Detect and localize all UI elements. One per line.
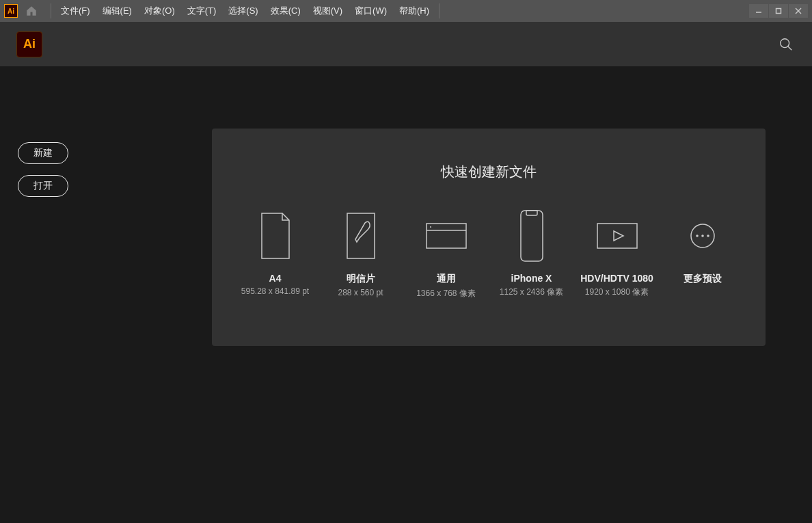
svg-point-9 (430, 226, 431, 228)
menu-object[interactable]: 对象(O) (139, 2, 180, 20)
svg-rect-11 (597, 224, 637, 248)
browser-icon (425, 209, 468, 263)
new-button[interactable]: 新建 (18, 142, 68, 164)
menu-file[interactable]: 文件(F) (55, 2, 96, 20)
brush-icon (344, 209, 377, 263)
preset-hdtv[interactable]: HDV/HDTV 1080 1920 x 1080 像素 (574, 209, 660, 298)
left-column: 新建 打开 (0, 67, 212, 523)
video-icon (596, 209, 638, 263)
content-area: 新建 打开 快速创建新文件 A4 595.28 x 841.89 pt 明信 (0, 67, 812, 523)
preset-label: 明信片 (347, 273, 375, 285)
preset-dim: 288 x 560 pt (338, 288, 383, 297)
preset-a4[interactable]: A4 595.28 x 841.89 pt (232, 209, 318, 296)
preset-iphonex[interactable]: iPhone X 1125 x 2436 像素 (489, 209, 574, 298)
titlebar: Ai 文件(F) 编辑(E) 对象(O) 文字(T) 选择(S) 效果(C) 视… (0, 0, 812, 22)
open-button[interactable]: 打开 (18, 175, 68, 197)
menu-type[interactable]: 文字(T) (182, 2, 222, 20)
svg-rect-1 (776, 9, 781, 14)
close-button[interactable] (789, 4, 808, 18)
quick-create-panel: 快速创建新文件 A4 595.28 x 841.89 pt 明信片 288 x … (212, 129, 766, 346)
preset-common[interactable]: 通用 1366 x 768 像素 (403, 209, 489, 299)
preset-dim: 1920 x 1080 像素 (585, 286, 649, 298)
svg-rect-7 (427, 224, 466, 248)
svg-point-13 (696, 234, 699, 237)
more-icon (689, 209, 716, 263)
menu-help[interactable]: 帮助(H) (394, 2, 435, 20)
preset-dim: 595.28 x 841.89 pt (241, 286, 309, 296)
svg-rect-10 (521, 211, 543, 261)
preset-label: iPhone X (511, 273, 552, 284)
divider (439, 3, 439, 18)
phone-icon (518, 209, 545, 263)
preset-label: A4 (269, 273, 282, 284)
home-button[interactable] (23, 3, 40, 19)
preset-dim: 1366 x 768 像素 (416, 288, 476, 299)
document-icon (259, 209, 292, 263)
preset-list: A4 595.28 x 841.89 pt 明信片 288 x 560 pt (232, 209, 745, 299)
menu-window[interactable]: 窗口(W) (349, 2, 392, 20)
preset-postcard[interactable]: 明信片 288 x 560 pt (318, 209, 403, 297)
menu-edit[interactable]: 编辑(E) (97, 2, 137, 20)
svg-point-4 (781, 38, 789, 47)
panel-title: 快速创建新文件 (232, 163, 745, 181)
maximize-button[interactable] (769, 4, 788, 18)
preset-label: 更多预设 (684, 273, 722, 285)
svg-point-14 (701, 234, 704, 237)
sub-header: Ai (0, 22, 812, 67)
svg-line-5 (788, 46, 792, 50)
preset-label: 通用 (437, 273, 456, 285)
preset-more[interactable]: 更多预设 (660, 209, 745, 288)
window-controls (748, 4, 808, 18)
menu-select[interactable]: 选择(S) (223, 2, 263, 20)
preset-label: HDV/HDTV 1080 (580, 273, 653, 284)
menu-view[interactable]: 视图(V) (308, 2, 348, 20)
preset-dim: 1125 x 2436 像素 (500, 286, 563, 298)
search-button[interactable] (776, 35, 796, 54)
menu-effect[interactable]: 效果(C) (265, 2, 306, 20)
app-logo-icon: Ai (4, 4, 18, 18)
minimize-button[interactable] (749, 4, 768, 18)
divider (51, 3, 51, 18)
ai-logo-icon: Ai (16, 31, 42, 57)
menu-bar: 文件(F) 编辑(E) 对象(O) 文字(T) 选择(S) 效果(C) 视图(V… (55, 2, 435, 20)
svg-point-15 (707, 234, 709, 237)
